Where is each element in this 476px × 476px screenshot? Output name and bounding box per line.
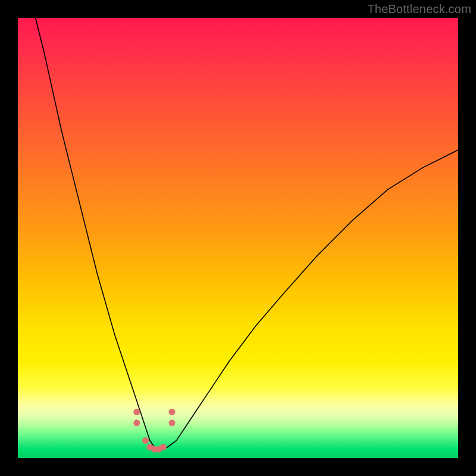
v-curve-path [36,18,458,449]
curve-marker [133,419,140,426]
curve-marker [169,419,176,426]
curve-marker [169,409,176,415]
curve-marker [142,437,149,444]
watermark-text: TheBottleneck.com [367,2,471,16]
curve-marker [133,409,140,415]
chart-frame: TheBottleneck.com [0,0,476,476]
chart-svg [18,18,458,458]
plot-area [18,18,458,458]
curve-marker [160,444,167,450]
